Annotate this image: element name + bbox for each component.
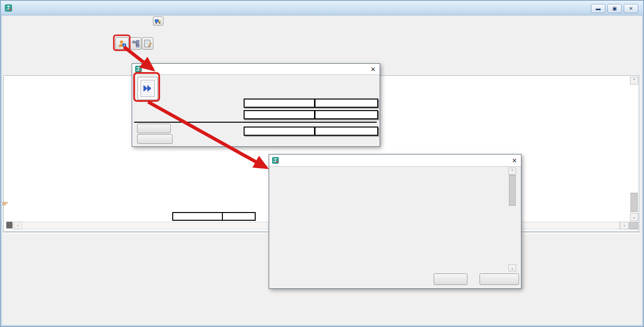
dialog-item-changes: ✕ ⌃ ⌄ [269, 154, 521, 289]
dialog1-row1-user [244, 99, 315, 108]
table-scroll-down[interactable]: ⌄ [630, 213, 638, 221]
main-window: ▬ ▣ ✕ i ☛ ⌃ ⌄ ‹ › ✕ [0, 0, 644, 327]
edit-note-icon[interactable] [142, 37, 153, 50]
dialog1-app-icon [135, 66, 142, 72]
dialog1-uputstvo-button[interactable] [137, 134, 173, 144]
dialog1-row2-time [315, 110, 378, 119]
dialog2-title-bar: ✕ [269, 155, 521, 167]
app-icon [5, 4, 12, 12]
dialog2-uputstvo-button[interactable] [434, 273, 467, 285]
hscroll-corner-block [6, 222, 13, 228]
hscroll-end-block [629, 222, 638, 229]
row-pointer-hand-icon: ☛ [2, 199, 8, 208]
dialog1-row3-time [315, 127, 378, 136]
dialog1-row3-user [244, 127, 315, 136]
ukupno-total-1 [172, 212, 223, 221]
close-button[interactable]: ✕ [624, 4, 638, 13]
dialog2-scroll-thumb[interactable] [509, 175, 516, 206]
dialog1-title-bar: ✕ [132, 64, 380, 75]
table-scroll-left[interactable]: ‹ [14, 222, 22, 229]
table-scroll-up[interactable]: ⌃ [630, 77, 638, 85]
dialog1-close-icon[interactable]: ✕ [370, 66, 376, 73]
table-scroll-right[interactable]: › [620, 222, 629, 229]
hierarchy-icon[interactable] [130, 37, 141, 50]
table-vscroll-thumb[interactable] [630, 193, 638, 212]
document-info-icon[interactable]: i [115, 37, 129, 50]
dialog1-row2-user [244, 110, 315, 119]
dialog-document-info: ✕ [132, 63, 380, 147]
dialog1-row1-time [315, 99, 378, 108]
transport-icon[interactable] [153, 16, 164, 26]
dialog2-close-icon[interactable]: ✕ [512, 157, 517, 164]
dialog1-izadji-button[interactable] [137, 124, 171, 133]
dialog2-scroll-up[interactable]: ⌃ [508, 168, 516, 175]
minimize-button[interactable]: ▬ [591, 4, 605, 13]
dialog2-app-icon [272, 157, 279, 164]
dialog2-scroll-down[interactable]: ⌄ [508, 264, 516, 271]
dialog1-separator [134, 122, 377, 123]
maximize-button[interactable]: ▣ [607, 4, 622, 13]
ukupno-total-2 [222, 212, 256, 221]
title-bar: ▬ ▣ ✕ [1, 1, 643, 15]
dialog2-izadji-button[interactable] [480, 273, 519, 285]
svg-text:i: i [124, 43, 125, 47]
detail-chevron-button[interactable] [137, 77, 158, 100]
